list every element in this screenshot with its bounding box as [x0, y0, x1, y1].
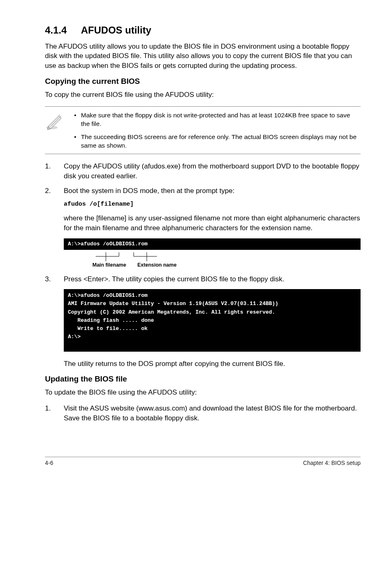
extension-name-label: Extension name — [137, 262, 177, 268]
note-item: • Make sure that the floppy disk is not … — [69, 111, 361, 128]
note-box: • Make sure that the floppy disk is not … — [45, 106, 361, 155]
terminal-output: A:\>afudos /oOLDBIOS1.rom AMI Firmware U… — [64, 289, 361, 352]
copy-heading: Copying the current BIOS — [45, 77, 361, 86]
step-number: 1. — [45, 162, 51, 171]
copy-steps-list-continued: 3. Press <Enter>. The utility copies the… — [45, 274, 361, 284]
intro-paragraph: The AFUDOS utility allows you to update … — [45, 42, 361, 70]
step-number: 2. — [45, 186, 51, 196]
page-footer: 4-6 Chapter 4: BIOS setup — [45, 457, 361, 466]
terminal-output: A:\>afudos /oOLDBIOS1.rom — [64, 238, 361, 250]
copy-lead: To copy the current BIOS file using the … — [45, 90, 361, 99]
step-explanation: where the [filename] is any user-assigne… — [64, 213, 361, 233]
step-number: 1. — [45, 404, 51, 413]
update-heading: Updating the BIOS file — [45, 375, 361, 384]
note-icon-column — [45, 111, 69, 150]
bullet-icon: • — [69, 111, 81, 128]
pencil-note-icon — [45, 112, 63, 130]
step-text: Boot the system in DOS mode, then at the… — [64, 187, 235, 195]
step-item: 3. Press <Enter>. The utility copies the… — [45, 274, 361, 284]
step-text: Press <Enter>. The utility copies the cu… — [64, 275, 284, 283]
filename-annotation: Main filename Extension name — [64, 252, 361, 269]
note-text: Make sure that the floppy disk is not wr… — [81, 111, 361, 128]
note-item: • The succeeding BIOS screens are for re… — [69, 132, 361, 150]
bullet-icon: • — [69, 132, 81, 150]
section-heading: 4.1.4AFUDOS utility — [45, 25, 361, 36]
page-number: 4-6 — [45, 460, 53, 466]
main-filename-label: Main filename — [92, 262, 126, 268]
step-text: Visit the ASUS website (www.asus.com) an… — [64, 404, 357, 422]
step-item: 1. Copy the AFUDOS utility (afudos.exe) … — [45, 162, 361, 181]
step-item: 1. Visit the ASUS website (www.asus.com)… — [45, 404, 361, 423]
section-number: 4.1.4 — [45, 25, 81, 36]
step-item: 2. Boot the system in DOS mode, then at … — [45, 186, 361, 196]
svg-line-4 — [51, 116, 61, 126]
step-text: Copy the AFUDOS utility (afudos.exe) fro… — [64, 162, 359, 180]
step-result: The utility returns to the DOS prompt af… — [64, 359, 361, 369]
page-content: 4.1.4AFUDOS utility The AFUDOS utility a… — [0, 0, 390, 440]
update-lead: To update the BIOS file using the AFUDOS… — [45, 388, 361, 397]
section-title-text: AFUDOS utility — [81, 25, 151, 36]
note-text: The succeeding BIOS screens are for refe… — [81, 132, 361, 150]
code-command: afudos /o[filename] — [64, 201, 361, 208]
chapter-label: Chapter 4: BIOS setup — [303, 460, 361, 466]
copy-steps-list: 1. Copy the AFUDOS utility (afudos.exe) … — [45, 162, 361, 195]
step-number: 3. — [45, 274, 51, 284]
note-list: • Make sure that the floppy disk is not … — [69, 111, 361, 150]
update-steps-list: 1. Visit the ASUS website (www.asus.com)… — [45, 404, 361, 423]
